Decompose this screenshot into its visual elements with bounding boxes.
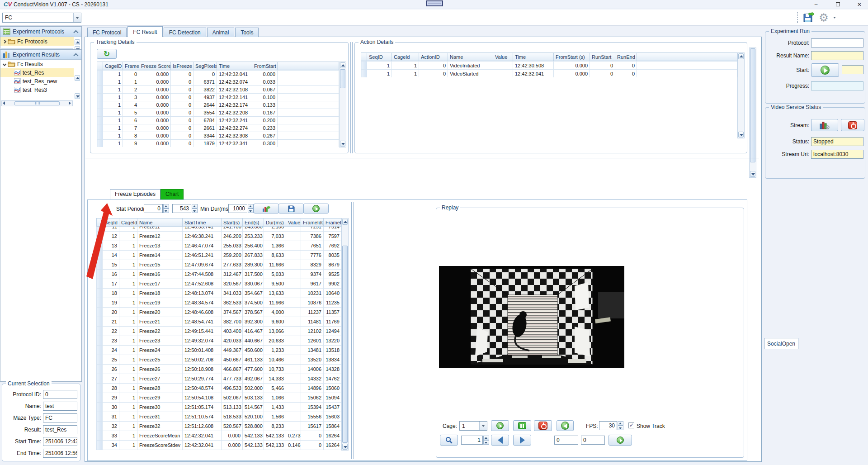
tree-item-test-res-new[interactable]: test_Res_new — [0, 77, 81, 85]
row-selector[interactable] — [97, 403, 103, 412]
table-cell[interactable]: 403.400 — [222, 327, 243, 336]
table-cell[interactable]: 14332 — [301, 374, 324, 384]
table-cell[interactable]: 1,433 — [264, 403, 286, 412]
table-cell[interactable]: 362.533 — [222, 298, 243, 308]
table-row[interactable]: 151Freeze1512:47:09.674277.633289.30011,… — [97, 260, 342, 270]
table-row[interactable]: 100.0000012:42:32.0410.000 — [97, 71, 339, 78]
column-header[interactable]: Dur(ms) — [264, 218, 286, 227]
hscroll-thumb[interactable] — [14, 101, 60, 105]
table-cell[interactable] — [286, 279, 301, 289]
table-row[interactable]: 341FreezeScoreStdev12:42:32.0410.000542.… — [97, 441, 342, 450]
table-cell[interactable]: 317.500 — [243, 270, 264, 279]
stream-uri-field[interactable]: localhost:8030 — [811, 150, 863, 159]
table-cell[interactable]: 33 — [103, 431, 119, 441]
table-cell[interactable]: 1 — [103, 78, 123, 86]
table-cell[interactable]: 0.233 — [252, 124, 278, 132]
spin-up-icon[interactable] — [483, 436, 489, 440]
row-selector[interactable] — [97, 71, 103, 78]
show-track-checkbox[interactable] — [628, 422, 634, 428]
table-cell[interactable]: 1 — [119, 412, 137, 422]
table-cell[interactable]: Freeze30 — [137, 403, 183, 412]
table-cell[interactable]: 10,466 — [264, 355, 286, 365]
table-cell[interactable]: 0 — [419, 70, 448, 78]
table-cell[interactable]: 12:42:32.041 — [183, 431, 222, 441]
table-cell[interactable]: 14896 — [301, 384, 324, 393]
table-cell[interactable]: 28 — [103, 384, 119, 393]
table-cell[interactable]: 12:50:29.774 — [183, 374, 222, 384]
vscroll-thumb[interactable] — [750, 48, 755, 162]
tree-item-fc-protocols[interactable]: Fc Protocols — [0, 37, 74, 46]
table-cell[interactable]: 15864 — [324, 422, 342, 431]
column-header[interactable]: Name — [137, 218, 183, 227]
row-selector[interactable] — [97, 140, 103, 147]
table-cell[interactable]: 1 — [119, 251, 137, 260]
table-cell[interactable]: 243.800 — [243, 227, 264, 232]
table-cell[interactable]: 0 — [171, 132, 193, 140]
table-row[interactable]: 201Freeze2012:48:46.608374.567378.5674,0… — [97, 308, 342, 317]
table-cell[interactable]: Freeze28 — [137, 384, 183, 393]
scroll-up-icon[interactable] — [342, 219, 348, 225]
table-cell[interactable]: 22 — [103, 327, 119, 336]
stat-to-spinner[interactable]: 543 — [172, 204, 198, 213]
table-cell[interactable]: 12:50:02.708 — [183, 355, 222, 365]
table-cell[interactable]: 520.567 — [222, 422, 243, 431]
table-cell[interactable]: 1 — [103, 140, 123, 147]
row-selector[interactable] — [97, 94, 103, 101]
table-row[interactable]: 321Freeze3212:51:12.608520.567528.8008,2… — [97, 422, 342, 431]
replay-play-button[interactable] — [491, 420, 509, 431]
table-cell[interactable]: 0.000 — [222, 431, 243, 441]
table-cell[interactable]: Freeze29 — [137, 393, 183, 403]
table-row[interactable]: 261Freeze2612:50:18.908466.867477.60010,… — [97, 365, 342, 374]
table-cell[interactable]: 0.000 — [139, 94, 171, 101]
start-time-field[interactable]: 251006 12:42:30 — [43, 437, 77, 446]
table-row[interactable]: 171Freeze1712:47:52.608320.567330.0679,5… — [97, 279, 342, 289]
panel-header-protocols[interactable]: Experiment Protocols — [0, 27, 81, 37]
table-cell[interactable]: 0.267 — [252, 132, 278, 140]
row-selector-header[interactable] — [97, 62, 103, 70]
table-cell[interactable]: 15556 — [301, 412, 324, 422]
row-selector[interactable] — [97, 132, 103, 140]
tab-fc-protocol[interactable]: FC Protocol — [87, 28, 127, 37]
table-cell[interactable]: 542,133 — [264, 441, 286, 450]
column-header[interactable]: Value — [286, 218, 301, 227]
table-cell[interactable]: 1879 — [193, 140, 217, 147]
table-cell[interactable]: 312.467 — [222, 270, 243, 279]
table-cell[interactable]: 11,666 — [264, 260, 286, 270]
table-cell[interactable]: Freeze32 — [137, 422, 183, 431]
column-header[interactable]: RunEnd — [615, 53, 637, 61]
table-cell[interactable]: 1 — [392, 62, 419, 70]
table-cell[interactable]: 0.200 — [252, 117, 278, 124]
table-row[interactable]: 211Freeze2112:48:54.741382.700392.3009,6… — [97, 317, 342, 327]
table-cell[interactable]: 0 — [590, 62, 615, 70]
vscroll-thumb[interactable] — [340, 69, 345, 88]
table-cell[interactable]: 502.067 — [222, 393, 243, 403]
table-cell[interactable]: 11769 — [324, 317, 342, 327]
table-cell[interactable]: 4937 — [193, 94, 217, 101]
freeze-vscrollbar[interactable] — [341, 218, 349, 451]
table-row[interactable]: 301Freeze3012:51:05.174513.133514.5671,4… — [97, 403, 342, 412]
table-cell[interactable]: 13518 — [324, 346, 342, 355]
table-cell[interactable]: 7251 — [301, 227, 324, 232]
table-cell[interactable]: 514.567 — [243, 403, 264, 412]
table-cell[interactable]: 0.067 — [252, 86, 278, 94]
column-header[interactable]: Freeze Score — [139, 62, 171, 70]
scroll-right-icon[interactable] — [67, 101, 72, 105]
table-cell[interactable]: VideoInitiated — [448, 62, 493, 70]
table-cell[interactable]: 1 — [103, 132, 123, 140]
table-cell[interactable]: 8,633 — [264, 251, 286, 260]
table-cell[interactable]: Freeze20 — [137, 308, 183, 317]
scroll-up-icon[interactable] — [75, 75, 80, 81]
table-cell[interactable]: 7386 — [301, 232, 324, 241]
table-cell[interactable]: 2 — [123, 86, 139, 94]
freeze-table[interactable]: SeqIdCageIdNameStartTimeStart(s)End(s)Du… — [96, 218, 342, 450]
fps-value[interactable]: 30 — [599, 421, 617, 430]
table-cell[interactable]: 0 — [171, 124, 193, 132]
table-cell[interactable]: 10876 — [301, 298, 324, 308]
stat-to-value[interactable]: 543 — [172, 204, 191, 213]
tracking-table[interactable]: CageIDFrameFreeze ScoreIsFreezeSegPixels… — [97, 62, 339, 147]
table-cell[interactable]: 542,133 — [264, 431, 286, 441]
tree-item-test-res[interactable]: test_Res — [0, 68, 74, 77]
table-cell[interactable]: 12:46:51.241 — [183, 251, 222, 260]
table-cell[interactable]: 12:42:32.141 — [217, 94, 252, 101]
table-cell[interactable]: 12:50:48.574 — [183, 384, 222, 393]
